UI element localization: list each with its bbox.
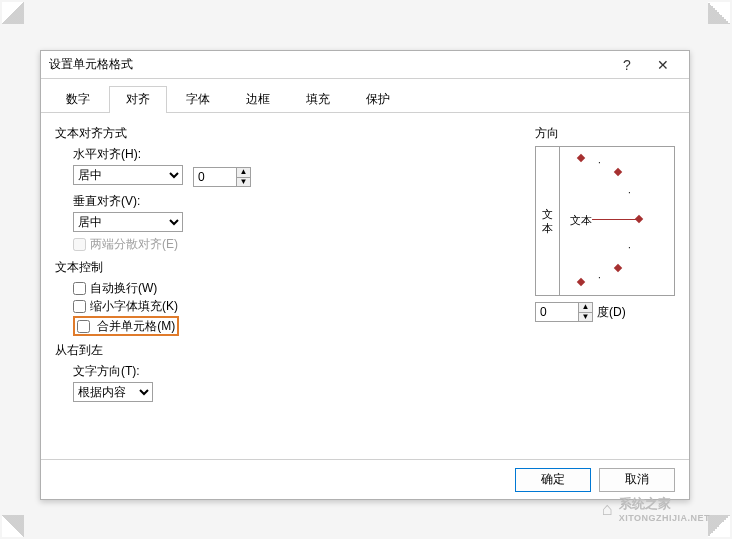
orientation-vertical-text[interactable]: 文 本 (536, 147, 560, 295)
dot-icon: · (628, 187, 631, 198)
decorative-corner (2, 515, 24, 537)
orientation-canvas[interactable]: 文 本 文本 · · · · (535, 146, 675, 296)
dialog-title: 设置单元格格式 (49, 56, 609, 73)
merge-cells-label: 合并单元格(M) (97, 319, 175, 333)
shrink-to-fit-checkbox[interactable] (73, 300, 86, 313)
diamond-icon (577, 154, 585, 162)
horizontal-align-label: 水平对齐(H): (73, 146, 535, 163)
decorative-corner (708, 515, 730, 537)
shrink-to-fit-label: 缩小字体填充(K) (90, 298, 178, 315)
dialog-body: 文本对齐方式 水平对齐(H): 居中 缩进(I): ▲ ▼ (41, 113, 689, 463)
indent-down-icon[interactable]: ▼ (237, 178, 250, 187)
wrap-text-checkbox[interactable] (73, 282, 86, 295)
titlebar: 设置单元格格式 ? ✕ (41, 51, 689, 79)
tabs-bar: 数字 对齐 字体 边框 填充 保护 (41, 79, 689, 113)
cancel-button[interactable]: 取消 (599, 468, 675, 492)
degree-spinner[interactable]: ▲ ▼ (535, 302, 593, 322)
tab-protection[interactable]: 保护 (349, 86, 407, 113)
orientation-line (592, 219, 637, 220)
horizontal-align-select[interactable]: 居中 (73, 165, 183, 185)
tab-border[interactable]: 边框 (229, 86, 287, 113)
tab-alignment[interactable]: 对齐 (109, 86, 167, 113)
diamond-icon (635, 215, 643, 223)
tab-number[interactable]: 数字 (49, 86, 107, 113)
decorative-corner (708, 2, 730, 24)
watermark: ⌂ 系统之家 XITONGZHIJIA.NET (602, 495, 710, 523)
justify-distributed-label: 两端分散对齐(E) (90, 236, 178, 253)
merge-cells-highlight: 合并单元格(M) (73, 316, 179, 336)
tab-fill[interactable]: 填充 (289, 86, 347, 113)
watermark-brand: 系统之家 (619, 495, 710, 513)
right-column: 方向 文 本 文本 · · · · (535, 123, 675, 455)
vertical-align-select[interactable]: 居中 (73, 212, 183, 232)
left-column: 文本对齐方式 水平对齐(H): 居中 缩进(I): ▲ ▼ (55, 123, 535, 455)
orientation-group: 方向 (535, 125, 675, 142)
indent-input[interactable] (194, 168, 236, 186)
text-alignment-group: 文本对齐方式 (55, 125, 535, 142)
justify-distributed-checkbox (73, 238, 86, 251)
diamond-icon (577, 278, 585, 286)
close-button[interactable]: ✕ (645, 53, 681, 77)
format-cells-dialog: 设置单元格格式 ? ✕ 数字 对齐 字体 边框 填充 保护 文本对齐方式 水平对… (40, 50, 690, 500)
ok-button[interactable]: 确定 (515, 468, 591, 492)
degree-label: 度(D) (597, 304, 626, 321)
vertical-align-label: 垂直对齐(V): (73, 193, 535, 210)
indent-spinner[interactable]: ▲ ▼ (193, 167, 251, 187)
right-to-left-group: 从右到左 (55, 342, 535, 359)
merge-cells-checkbox[interactable] (77, 320, 90, 333)
text-direction-select[interactable]: 根据内容 (73, 382, 153, 402)
dot-icon: · (628, 242, 631, 253)
watermark-url: XITONGZHIJIA.NET (619, 513, 710, 523)
diamond-icon (614, 168, 622, 176)
help-button[interactable]: ? (609, 53, 645, 77)
diamond-icon (614, 264, 622, 272)
degree-input[interactable] (536, 303, 578, 321)
decorative-corner (2, 2, 24, 24)
text-direction-label: 文字方向(T): (73, 363, 535, 380)
dialog-footer: 确定 取消 (41, 459, 689, 499)
house-icon: ⌂ (602, 499, 613, 520)
wrap-text-label: 自动换行(W) (90, 280, 157, 297)
orientation-text-label: 文本 (570, 213, 592, 228)
dot-icon: · (598, 272, 601, 283)
tab-font[interactable]: 字体 (169, 86, 227, 113)
text-control-group: 文本控制 (55, 259, 535, 276)
dot-icon: · (598, 157, 601, 168)
degree-down-icon[interactable]: ▼ (579, 313, 592, 322)
orientation-dial[interactable]: 文本 · · · · (560, 147, 674, 295)
